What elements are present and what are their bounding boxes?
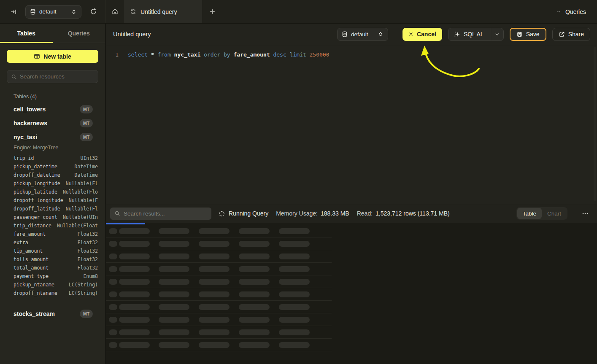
- column-type: Float32: [78, 265, 98, 271]
- column-name: tolls_amount: [14, 256, 49, 262]
- resource-search-input[interactable]: [20, 73, 95, 80]
- column-type: Float32: [78, 240, 98, 245]
- skeleton-cell: [109, 329, 117, 335]
- table-name: stocks_stream: [14, 310, 80, 317]
- column-row: dropoff_ntanameLC(String): [14, 289, 98, 297]
- tab-untitled-query[interactable]: Untitled query: [124, 0, 202, 23]
- read-label: Read:: [357, 210, 373, 217]
- view-toggle-chart[interactable]: Chart: [542, 208, 567, 219]
- skeleton-cell: [279, 342, 310, 348]
- skeleton-cell: [279, 329, 310, 335]
- refresh-button[interactable]: [87, 6, 99, 18]
- table-item-hackernews[interactable]: hackernewsMT: [0, 116, 105, 130]
- engine-badge: MT: [80, 119, 93, 127]
- column-name: pickup_datetime: [14, 164, 57, 170]
- search-icon: [114, 210, 120, 216]
- skeleton-cell: [109, 279, 117, 285]
- read-stat: Read: 1,523,712 rows (113.71 MB): [357, 210, 450, 217]
- sql-ai-button: SQL AI: [448, 28, 504, 41]
- table-item-cell_towers[interactable]: cell_towersMT: [0, 102, 105, 116]
- column-name: tip_amount: [14, 248, 43, 254]
- skeleton-row: [106, 301, 332, 313]
- sql-token-identifier: *: [151, 51, 158, 58]
- skeleton-cell: [159, 304, 189, 310]
- share-icon: [559, 31, 565, 38]
- column-name: trip_distance: [14, 223, 51, 229]
- column-row: pickup_longitudeNullable(Fl: [14, 179, 98, 188]
- topbar-database-selector[interactable]: default: [25, 5, 81, 19]
- column-row: pickup_ntanameLC(String): [14, 280, 98, 289]
- topbar-spacer: [222, 0, 552, 23]
- sidebar-tabs: TablesQueries: [0, 24, 105, 43]
- collapse-sidebar-icon: [10, 8, 17, 15]
- new-tab-button[interactable]: [202, 0, 222, 23]
- skeleton-cell: [119, 329, 150, 335]
- new-table-label: New table: [43, 53, 71, 60]
- column-type: Float32: [78, 231, 98, 237]
- spacer: [0, 301, 105, 307]
- sql-ai-dropdown-button[interactable]: [491, 28, 503, 40]
- save-label: Save: [526, 31, 540, 38]
- sidebar-collapse-button[interactable]: [8, 6, 19, 18]
- view-toggle-table[interactable]: Table: [517, 208, 542, 219]
- skeleton-cell: [279, 228, 310, 234]
- home-tab-button[interactable]: [105, 0, 124, 23]
- results-menu-button[interactable]: [582, 210, 589, 217]
- query-database-value: default: [351, 31, 374, 38]
- view-toggle: TableChart: [516, 207, 567, 220]
- sql-ai-main[interactable]: SQL AI: [448, 28, 487, 40]
- table-icon: [34, 53, 40, 59]
- column-type: Float32: [78, 256, 98, 262]
- home-icon: [111, 8, 119, 15]
- skeleton-cell: [109, 228, 117, 234]
- skeleton-cell: [109, 304, 117, 310]
- column-name: payment_type: [14, 273, 49, 279]
- sidebar-tab-queries[interactable]: Queries: [53, 24, 105, 43]
- skeleton-cell: [279, 241, 310, 247]
- table-columns-list: trip_idUInt32pickup_datetimeDateTimedrop…: [0, 153, 105, 301]
- column-type: Nullable(F: [69, 197, 98, 203]
- column-row: payment_typeEnum8: [14, 272, 98, 280]
- column-type: Nullable(Fl: [66, 206, 98, 212]
- column-row: trip_idUInt32: [14, 154, 98, 162]
- skeleton-cell: [239, 317, 270, 323]
- results-toolbar: Running Query Memory Usage: 188.33 MB Re…: [106, 204, 597, 223]
- table-name: cell_towers: [14, 106, 80, 113]
- results-search-input[interactable]: [124, 210, 207, 217]
- cancel-button[interactable]: Cancel: [403, 28, 442, 41]
- column-type: Nullable(Flo: [63, 189, 98, 195]
- sql-editor[interactable]: 1 select * from nyc_taxi order by fare_a…: [106, 45, 597, 204]
- query-database-selector[interactable]: default: [337, 28, 388, 41]
- search-icon: [11, 74, 17, 80]
- new-table-button[interactable]: New table: [7, 50, 98, 63]
- memory-usage-stat: Memory Usage: 188.33 MB: [276, 210, 349, 217]
- skeleton-cell: [279, 304, 310, 310]
- save-button[interactable]: Save: [510, 28, 546, 41]
- line-number: 1: [106, 51, 119, 59]
- skeleton-cell: [199, 329, 230, 335]
- sidebar-tab-tables[interactable]: Tables: [0, 24, 53, 43]
- skeleton-cell: [199, 304, 230, 310]
- queries-nav-button[interactable]: Queries: [552, 0, 597, 23]
- table-item-stocks_stream[interactable]: stocks_streamMT: [0, 307, 105, 321]
- skeleton-cell: [119, 291, 150, 297]
- skeleton-cell: [239, 342, 270, 348]
- skeleton-cell: [119, 317, 150, 323]
- tables-section-header: Tables (4): [14, 94, 105, 100]
- skeleton-row: [106, 263, 332, 275]
- skeleton-cell: [109, 241, 117, 247]
- skeleton-cell: [199, 266, 230, 272]
- column-name: pickup_ntaname: [14, 282, 54, 288]
- editor-scrollbar[interactable]: [594, 47, 596, 201]
- share-button[interactable]: Share: [552, 28, 590, 41]
- skeleton-cell: [119, 241, 150, 247]
- skeleton-cell: [119, 279, 150, 285]
- sql-ai-label: SQL AI: [464, 31, 482, 38]
- skeleton-cell: [159, 253, 189, 259]
- queries-nav-label: Queries: [565, 8, 586, 15]
- skeleton-cell: [239, 291, 270, 297]
- column-row: pickup_datetimeDateTime: [14, 162, 98, 171]
- column-row: tip_amountFloat32: [14, 247, 98, 255]
- table-item-nyc_taxi[interactable]: nyc_taxiMT: [0, 130, 105, 144]
- skeleton-cell: [109, 342, 117, 348]
